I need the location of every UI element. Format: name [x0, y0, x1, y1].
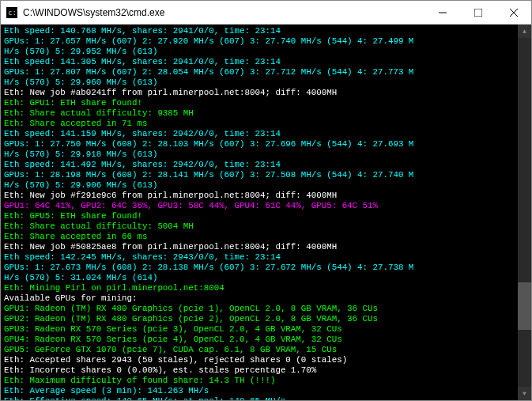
- terminal-line: Eth: Share actual difficulty: 9385 MH: [4, 108, 515, 119]
- terminal-line: Eth speed: 141.159 MH/s, shares: 2942/0/…: [4, 129, 515, 139]
- terminal-line: Eth: Accepted shares 2943 (50 stales), r…: [4, 355, 515, 365]
- terminal-area: Eth speed: 140.768 MH/s, shares: 2941/0/…: [1, 25, 531, 400]
- terminal-line: GPU4: Radeon RX 570 Series (pcie 4), Ope…: [4, 335, 515, 345]
- terminal-line: H/s (570) 5: 29.952 MH/s (613): [4, 47, 515, 57]
- terminal-line: Eth speed: 142.245 MH/s, shares: 2943/0/…: [4, 252, 515, 263]
- cmd-window: c:\ C:\WINDOWS\system32\cmd.exe Eth spee…: [0, 0, 532, 401]
- terminal-line: H/s (570) 5: 29.906 MH/s (613): [4, 180, 515, 191]
- terminal-line: GPUs: 1: 27.657 MH/s (607) 2: 27.920 MH/…: [4, 36, 515, 47]
- terminal-line: Eth: Share accepted in 71 ms: [4, 119, 515, 129]
- titlebar[interactable]: c:\ C:\WINDOWS\system32\cmd.exe: [1, 1, 531, 25]
- terminal-line: H/s (570) 5: 31.024 MH/s (614): [4, 273, 515, 283]
- vertical-scrollbar[interactable]: ▲ ▼: [518, 25, 531, 400]
- terminal-line: GPUs: 1: 27.807 MH/s (607) 2: 28.054 MH/…: [4, 67, 515, 78]
- scroll-track[interactable]: [518, 38, 531, 387]
- terminal-line: GPUs: 1: 27.750 MH/s (608) 2: 28.103 MH/…: [4, 139, 515, 149]
- terminal-line: Eth: New job #f291e9c6 from pirl.minerpo…: [4, 191, 515, 201]
- terminal-line: Eth: Incorrect shares 0 (0.00%), est. st…: [4, 365, 515, 376]
- terminal-output[interactable]: Eth speed: 140.768 MH/s, shares: 2941/0/…: [1, 25, 518, 400]
- terminal-line: Eth: GPU1: ETH share found!: [4, 98, 515, 108]
- terminal-line: GPUs: 1: 27.673 MH/s (608) 2: 28.138 MH/…: [4, 263, 515, 273]
- terminal-line: Available GPUs for mining:: [4, 293, 515, 304]
- terminal-line: GPU1: 64C 41%, GPU2: 64C 36%, GPU3: 58C …: [4, 201, 515, 211]
- terminal-line: Eth: Effective speed: 140.65 MH/s; at po…: [4, 396, 515, 400]
- minimize-button[interactable]: [424, 1, 460, 24]
- minimize-icon: [439, 9, 447, 17]
- terminal-line: GPU3: Radeon RX 570 Series (pcie 3), Ope…: [4, 324, 515, 335]
- terminal-line: Eth speed: 140.768 MH/s, shares: 2941/0/…: [4, 26, 515, 36]
- svg-rect-3: [474, 9, 482, 17]
- maximize-button[interactable]: [460, 1, 496, 24]
- maximize-icon: [474, 9, 482, 17]
- terminal-line: Eth speed: 141.305 MH/s, shares: 2941/0/…: [4, 57, 515, 67]
- terminal-line: Eth: New job #ab0241ff from pirl.minerpo…: [4, 88, 515, 98]
- terminal-line: Eth: Share actual difficulty: 5004 MH: [4, 221, 515, 232]
- close-icon: [510, 9, 518, 17]
- window-controls: [424, 1, 531, 24]
- close-button[interactable]: [496, 1, 531, 24]
- cmd-icon: c:\: [6, 6, 18, 19]
- terminal-line: GPUs: 1: 28.198 MH/s (608) 2: 28.141 MH/…: [4, 170, 515, 180]
- terminal-line: Eth: Average speed (3 min): 141.263 MH/s: [4, 386, 515, 396]
- scroll-thumb[interactable]: [518, 282, 531, 330]
- terminal-line: H/s (570) 5: 29.918 MH/s (613): [4, 149, 515, 160]
- terminal-line: GPU5: GeForce GTX 1070 (pcie 7), CUDA ca…: [4, 345, 515, 355]
- terminal-line: Eth: Share accepted in 66 ms: [4, 232, 515, 242]
- terminal-line: Eth: GPU5: ETH share found!: [4, 211, 515, 221]
- terminal-line: H/s (570) 5: 29.960 MH/s (613): [4, 78, 515, 88]
- window-title: C:\WINDOWS\system32\cmd.exe: [23, 7, 424, 18]
- scroll-down-arrow[interactable]: ▼: [518, 387, 531, 400]
- terminal-line: Eth: New job #50825ae8 from pirl.minerpo…: [4, 242, 515, 252]
- terminal-line: GPU2: Radeon (TM) RX 480 Graphics (pcie …: [4, 314, 515, 324]
- terminal-line: Eth: Maximum difficulty of found share: …: [4, 376, 515, 386]
- svg-text:c:\: c:\: [8, 9, 17, 17]
- scroll-up-arrow[interactable]: ▲: [518, 25, 531, 38]
- terminal-line: GPU1: Radeon (TM) RX 480 Graphics (pcie …: [4, 304, 515, 314]
- terminal-line: Eth speed: 141.492 MH/s, shares: 2942/0/…: [4, 160, 515, 170]
- terminal-line: Eth: Mining Pirl on pirl.minerpool.net:8…: [4, 283, 515, 293]
